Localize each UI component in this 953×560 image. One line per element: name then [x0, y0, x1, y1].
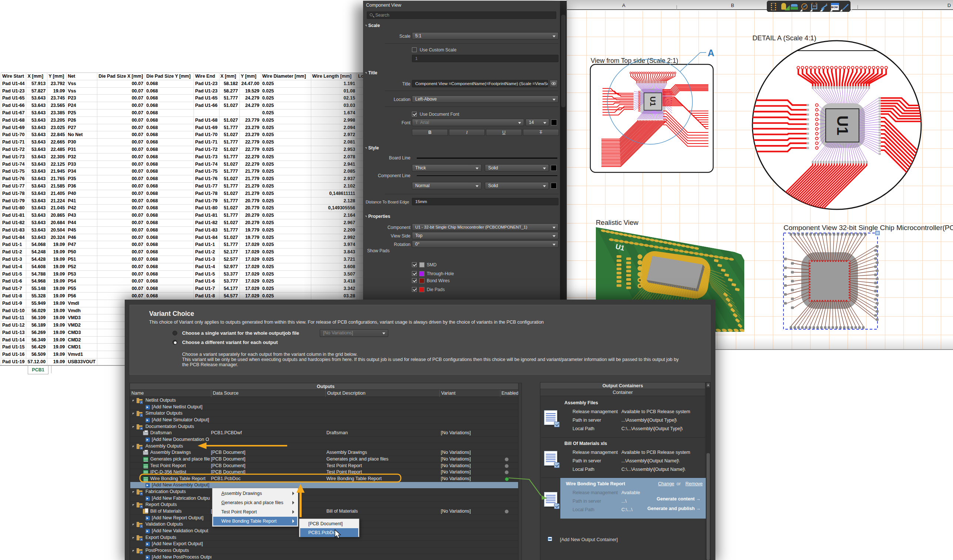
svg-text:Realistic View: Realistic View	[596, 219, 638, 226]
svg-text:View from Top side (Scale 2:1): View from Top side (Scale 2:1)	[591, 57, 678, 64]
svg-text:Component View 32-bit Single C: Component View 32-bit Single Chip Microc…	[784, 224, 953, 232]
svg-text:U1: U1	[834, 115, 851, 135]
svg-text:DETAIL A (Scale 4:1): DETAIL A (Scale 4:1)	[753, 34, 816, 42]
svg-text:U1: U1	[649, 96, 657, 107]
svg-text:A: A	[708, 48, 714, 58]
